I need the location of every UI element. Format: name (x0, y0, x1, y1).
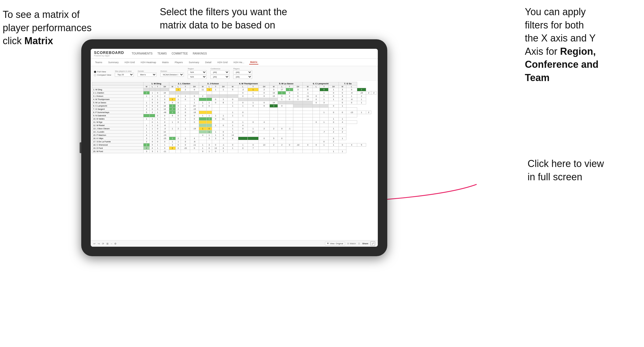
sh-6-t: T (320, 85, 328, 88)
minus-icon[interactable]: − (111, 242, 112, 245)
tab-h2h-grid[interactable]: H2H Grid (123, 60, 136, 64)
tab-teams[interactable]: Teams (94, 60, 103, 64)
matrix-content[interactable]: 1. W Ding 2. L Clanton 3. J Koivun 4. M … (91, 81, 378, 241)
tab-summary[interactable]: Summary (107, 60, 120, 64)
col-header-4: 4. M Thorbjornsen (227, 82, 270, 85)
row-name-11: 11. M Ege (92, 121, 144, 124)
sh-2-w: W (169, 85, 176, 88)
col-header-1: 1. W Ding (143, 82, 169, 85)
grid-icon[interactable]: ⊞ (106, 242, 109, 245)
undo-icon[interactable]: ↩ (93, 242, 96, 245)
players-select-1[interactable]: (All) (233, 70, 252, 74)
sh-3-w: W (199, 85, 207, 88)
tab-detail[interactable]: Detail (204, 60, 213, 64)
filter-region: Region N/A N/A (188, 68, 207, 79)
table-row: 4. M Thorbjornsen 0 1 0 1 1 0 1 0 1 0 (92, 98, 377, 101)
region-select-1[interactable]: N/A (188, 70, 207, 74)
toolbar-left-controls: ↩ ↪ ⟳ ⊞ − ⚙ (93, 242, 116, 245)
conference-select-2[interactable]: (All) (210, 75, 229, 79)
ann-tr-l5-bold: Conference and (525, 59, 599, 70)
ann-br-l1: Click here to view (528, 158, 604, 169)
table-row: 3. J Koivun 1 1 0 2 0 1 0 2 (92, 95, 377, 98)
matrix-header-empty (92, 82, 144, 85)
row-name-3: 3. J Koivun (92, 95, 144, 98)
tab-players[interactable]: Players (174, 60, 184, 64)
row-name-13: 13. J Skov Olesen (92, 127, 144, 130)
logo-sub-text: Powered by clippd (94, 55, 124, 57)
sh-3-l: L (207, 85, 212, 88)
nav-committee[interactable]: COMMITTEE (172, 52, 188, 56)
division-select[interactable]: NCAA Division I (160, 73, 184, 77)
nav-teams[interactable]: TEAMS (157, 52, 167, 56)
app-header: SCOREBOARD Powered by clippd TOURNAMENTS… (91, 49, 378, 59)
toolbar-right-controls: 👁 View: Original ⊙ Watch ⇧ Share ⤢ (325, 241, 375, 246)
compact-view-radio[interactable] (94, 74, 96, 76)
row-name-9: 9. N Gabrelcik (92, 114, 144, 117)
row-name-5: 5. M La Sasso (92, 101, 144, 104)
table-row: 1. W Ding 1 2 0 11 1 1 1 0 (92, 88, 377, 91)
compact-view-option[interactable]: Compact View (94, 74, 111, 76)
gender-select[interactable]: Men's (138, 73, 157, 77)
filter-players: Players (All) (All) (233, 68, 252, 79)
fullscreen-icon[interactable]: ⤢ (370, 241, 375, 246)
settings-icon[interactable]: ⚙ (114, 242, 116, 245)
view-options: Full View Compact View (94, 70, 111, 76)
region-select-2[interactable]: N/A (188, 75, 207, 79)
table-row: 5. M La Sasso 1 5 0 6 3 0 1 1 1 0 6 1 (92, 101, 377, 104)
sh-7-l: L (346, 85, 357, 88)
main-nav: TOURNAMENTS TEAMS COMMITTEE RANKINGS (132, 52, 207, 56)
tab-h2h-grid2[interactable]: H2H Grid (216, 60, 229, 64)
conference-select-1[interactable]: (All) (210, 70, 229, 74)
sh-1-w: W (143, 85, 150, 88)
refresh-icon[interactable]: ⟳ (102, 242, 104, 245)
table-row: 16. K Vilips 3 1 0 -25 2 2 0 4 3 3 0 8 (92, 137, 377, 140)
row-name-8: 8. P Summerhays (92, 111, 144, 114)
share-icon[interactable]: ⇧ (358, 242, 360, 245)
sh-1-t: T (155, 85, 160, 88)
nav-rankings[interactable]: RANKINGS (193, 52, 207, 56)
max-players-select[interactable]: Top 25 (115, 73, 134, 77)
full-view-option[interactable]: Full View (94, 70, 111, 73)
sh-7-w: W (339, 85, 346, 88)
share-button[interactable]: Share (362, 242, 368, 245)
view-icon: 👁 (327, 242, 329, 245)
tab-matrix-active[interactable]: Matrix (249, 60, 259, 65)
row-name-14: 14. J Lundin (92, 130, 144, 134)
max-players-label: Max players in view (115, 70, 134, 72)
col-header-5: 5. M La Sasso (270, 82, 303, 85)
view-original-button[interactable]: 👁 View: Original (325, 242, 345, 245)
compact-view-label: Compact View (97, 74, 111, 76)
ann-tr-l2: filters for both (525, 20, 584, 31)
ann-top-left-line2: player performances (3, 22, 92, 33)
tablet-side-button (80, 142, 81, 153)
tab-h2h-heatmap[interactable]: H2H Heatmap (140, 60, 157, 64)
sh-2-l: L (175, 85, 181, 88)
row-name-6: 6. C Lamprecht (92, 104, 144, 108)
players-select-2[interactable]: (All) (233, 75, 252, 79)
nav-tournaments[interactable]: TOURNAMENTS (132, 52, 152, 56)
col-header-6: 6. C Lamprecht (303, 82, 339, 85)
tab-matrix[interactable]: Matrix (161, 60, 170, 64)
filter-bar: Full View Compact View Max players in vi… (91, 66, 378, 81)
table-row: 7. G Sargent 2 0 0 16 2 2 0 -15 (92, 108, 377, 111)
table-row: 8. P Summerhays 5 2 1 -48 2 2 0 -16 1 (92, 111, 377, 114)
row-name-16: 16. K Vilips (92, 137, 144, 140)
sh-5-l: L (278, 85, 286, 88)
sh-2-t: T (181, 85, 190, 88)
ann-tr-l4-plain: Axis for (525, 46, 560, 57)
watch-button[interactable]: ⊙ Watch (347, 242, 356, 245)
ann-tr-l3: the X axis and Y (525, 33, 596, 44)
sh-6-l: L (313, 85, 320, 88)
tab-summary2[interactable]: Summary (188, 60, 200, 64)
bottom-toolbar: ↩ ↪ ⟳ ⊞ − ⚙ 👁 View: Original ⊙ Watch ⇧ S… (91, 240, 378, 247)
redo-icon[interactable]: ↪ (98, 242, 100, 245)
full-view-radio[interactable] (94, 71, 96, 73)
table-row: 9. N Gabrelcik 0 0 9 0 0 0 1 1 1 1 1 (92, 114, 377, 117)
row-name-1: 1. W Ding (92, 88, 144, 91)
row-name-7: 7. G Sargent (92, 108, 144, 111)
tab-h2h-he[interactable]: H2H He... (232, 60, 245, 64)
players-label: Players (233, 68, 252, 70)
col-header-7: 7. G Sa (339, 82, 357, 85)
annotation-top-center: Select the filters you want the matrix d… (160, 5, 301, 32)
sub-nav: Teams Summary H2H Grid H2H Heatmap Matri… (91, 59, 378, 66)
